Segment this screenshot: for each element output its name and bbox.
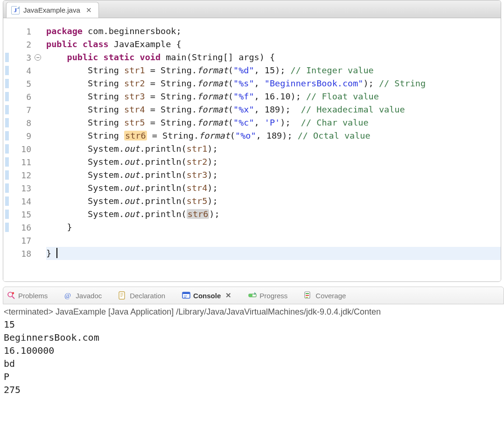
console-icon <box>182 291 190 300</box>
editor-tab-label: JavaExample.java <box>23 6 80 14</box>
line-number[interactable]: 6 <box>3 90 36 103</box>
tab-label: Declaration <box>130 292 165 300</box>
svg-point-2 <box>12 292 14 294</box>
code-area[interactable]: package com.beginnersbook;public class J… <box>36 18 501 281</box>
tab-javadoc[interactable]: @ Javadoc <box>62 289 105 302</box>
tab-console[interactable]: Console ✕ <box>179 289 234 302</box>
svg-text:@: @ <box>64 292 71 299</box>
highlighted-variable: str6 <box>124 131 147 140</box>
line-number[interactable]: 2 <box>3 38 36 51</box>
svg-rect-4 <box>119 292 125 299</box>
occurrence-highlight: str6 <box>187 209 210 219</box>
console-header: <terminated> JavaExample [Java Applicati… <box>3 304 504 318</box>
bottom-tabstrip: Problems @ Javadoc Declaration Console ✕ <box>3 287 504 304</box>
tab-coverage[interactable]: Coverage <box>301 289 349 302</box>
coverage-icon <box>304 291 313 300</box>
console-line: bd <box>4 357 504 370</box>
line-number[interactable]: 16 <box>3 221 36 234</box>
console-line: 16.100000 <box>4 344 504 357</box>
line-number[interactable]: 10 <box>3 142 36 155</box>
change-marker <box>5 53 9 62</box>
console-line: 275 <box>4 383 504 396</box>
gutter: 1 2 3 − 4 5 6 7 8 9 10 11 12 13 14 15 16… <box>3 18 36 281</box>
javadoc-icon: @ <box>64 291 73 300</box>
line-number[interactable]: 11 <box>3 155 36 168</box>
line-number[interactable]: 14 <box>3 195 36 208</box>
svg-rect-9 <box>182 292 190 294</box>
text-cursor <box>56 248 57 258</box>
declaration-icon <box>119 291 127 300</box>
console-line: P <box>4 370 504 383</box>
line-number[interactable]: 18 <box>3 247 36 260</box>
problems-icon <box>7 291 15 300</box>
line-number[interactable]: 1 <box>3 25 36 38</box>
line-number[interactable]: 13 <box>3 182 36 195</box>
line-number[interactable]: 12 <box>3 168 36 182</box>
editor-body: 1 2 3 − 4 5 6 7 8 9 10 11 12 13 14 15 16… <box>3 18 501 281</box>
console-output[interactable]: 15BeginnersBook.com16.100000bdP275 <box>3 318 504 396</box>
svg-rect-17 <box>306 295 309 296</box>
editor-tabstrip: J JavaExample.java ✕ <box>3 0 501 18</box>
svg-point-0 <box>8 292 13 297</box>
tab-label: Coverage <box>315 292 346 300</box>
tab-label: Problems <box>18 292 48 300</box>
java-file-icon: J <box>11 6 20 14</box>
svg-line-1 <box>12 296 14 299</box>
console-line: 15 <box>4 318 504 331</box>
editor-pane: J JavaExample.java ✕ 1 2 3 − 4 5 6 7 8 9… <box>3 0 501 282</box>
tab-progress[interactable]: Progress <box>245 289 290 302</box>
svg-rect-18 <box>306 297 308 298</box>
tab-problems[interactable]: Problems <box>4 289 50 302</box>
line-number[interactable]: 9 <box>3 129 36 142</box>
tab-declaration[interactable]: Declaration <box>116 289 168 302</box>
tab-label: Javadoc <box>76 292 102 300</box>
line-number[interactable]: 3 − <box>3 51 36 64</box>
svg-rect-16 <box>306 293 309 294</box>
close-icon[interactable]: ✕ <box>225 291 231 300</box>
line-number[interactable]: 17 <box>3 234 36 247</box>
line-number[interactable]: 5 <box>3 77 36 90</box>
line-number[interactable]: 4 <box>3 64 36 77</box>
svg-rect-13 <box>249 294 252 297</box>
editor-tab-javaexample[interactable]: J JavaExample.java ✕ <box>6 2 99 18</box>
line-number[interactable]: 8 <box>3 116 36 129</box>
progress-icon <box>248 291 257 300</box>
bottom-pane: Problems @ Javadoc Declaration Console ✕ <box>3 287 504 421</box>
line-number[interactable]: 7 <box>3 103 36 116</box>
tab-label: Console <box>193 292 221 300</box>
close-icon[interactable]: ✕ <box>86 6 92 14</box>
console-line: BeginnersBook.com <box>4 331 504 344</box>
line-number[interactable]: 15 <box>3 208 36 221</box>
tab-label: Progress <box>259 292 287 300</box>
